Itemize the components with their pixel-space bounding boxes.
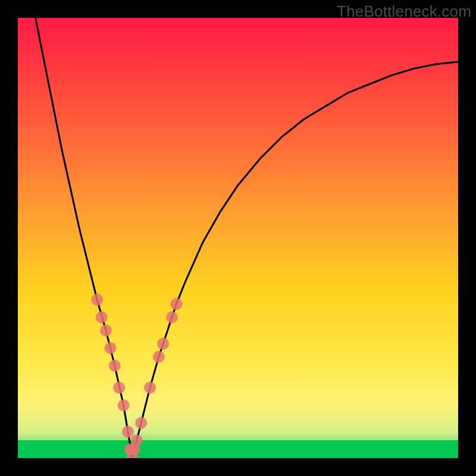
data-marker (122, 426, 134, 438)
data-marker (118, 399, 130, 411)
data-marker (91, 294, 103, 306)
chart-frame: TheBottleneck.com (0, 0, 476, 476)
data-marker (157, 338, 169, 350)
watermark-text: TheBottleneck.com (337, 2, 471, 21)
data-marker (100, 324, 112, 336)
data-marker (113, 382, 125, 394)
data-marker (96, 311, 108, 323)
gradient-background (18, 18, 458, 458)
data-marker (170, 298, 182, 310)
data-marker (104, 342, 116, 354)
data-marker (135, 417, 147, 429)
data-marker (153, 351, 165, 363)
green-optimal-band (18, 440, 458, 458)
data-marker (144, 382, 156, 394)
data-marker (131, 434, 143, 446)
data-marker (166, 311, 178, 323)
bottleneck-plot (18, 18, 458, 458)
data-marker (109, 360, 121, 372)
